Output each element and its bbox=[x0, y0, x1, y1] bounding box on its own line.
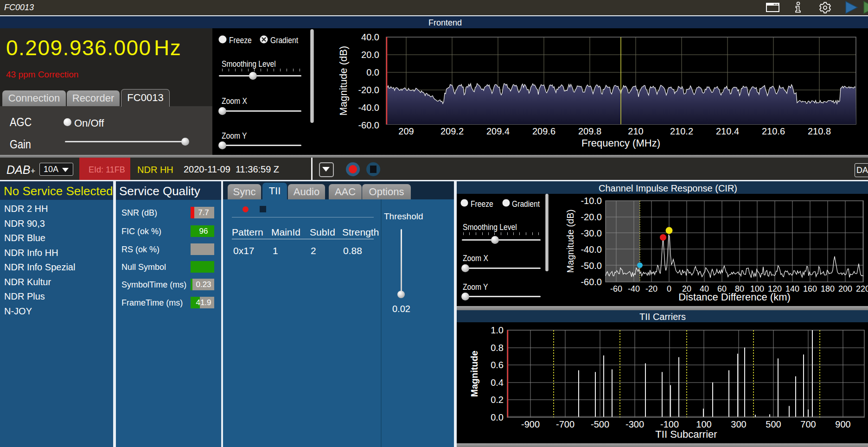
svg-text:Magnitude (dB): Magnitude (dB) bbox=[338, 46, 349, 115]
svg-text:900: 900 bbox=[835, 419, 850, 429]
svg-text:TII Subcarrier: TII Subcarrier bbox=[655, 428, 717, 440]
svg-text:209.6: 209.6 bbox=[532, 126, 555, 136]
svg-text:210.6: 210.6 bbox=[762, 126, 785, 136]
svg-text:210.2: 210.2 bbox=[670, 126, 693, 136]
svg-text:-900: -900 bbox=[521, 419, 540, 429]
svg-text:-20: -20 bbox=[645, 284, 657, 294]
svg-text:100: 100 bbox=[696, 419, 711, 429]
svg-text:20.0: 20.0 bbox=[361, 50, 379, 60]
svg-text:500: 500 bbox=[766, 419, 781, 429]
svg-text:-40.0: -40.0 bbox=[358, 102, 379, 113]
svg-text:180: 180 bbox=[821, 284, 835, 294]
svg-text:-100: -100 bbox=[660, 419, 679, 429]
svg-text:-60: -60 bbox=[610, 284, 622, 294]
svg-text:40.0: 40.0 bbox=[361, 32, 379, 42]
svg-text:-40.0: -40.0 bbox=[581, 244, 602, 255]
svg-text:0.2: 0.2 bbox=[491, 395, 504, 405]
svg-text:209.8: 209.8 bbox=[578, 126, 601, 136]
svg-text:-700: -700 bbox=[556, 419, 574, 429]
svg-text:-20.0: -20.0 bbox=[581, 212, 602, 222]
svg-text:-30.0: -30.0 bbox=[581, 228, 602, 238]
svg-text:-500: -500 bbox=[591, 419, 609, 429]
svg-text:Frequency (MHz): Frequency (MHz) bbox=[581, 137, 660, 149]
svg-text:210.8: 210.8 bbox=[808, 126, 831, 136]
svg-text:209.2: 209.2 bbox=[440, 126, 464, 136]
svg-text:-300: -300 bbox=[625, 419, 644, 429]
svg-text:210: 210 bbox=[628, 126, 643, 136]
svg-text:-10.0: -10.0 bbox=[581, 196, 602, 206]
svg-text:209: 209 bbox=[398, 126, 414, 136]
svg-text:200: 200 bbox=[838, 284, 852, 294]
svg-text:1.0: 1.0 bbox=[491, 325, 504, 335]
svg-text:-50.0: -50.0 bbox=[581, 261, 602, 271]
svg-text:0.0: 0.0 bbox=[491, 412, 504, 422]
svg-text:300: 300 bbox=[731, 419, 746, 429]
svg-text:160: 160 bbox=[803, 284, 817, 294]
svg-text:220: 220 bbox=[856, 284, 868, 294]
svg-text:-20.0: -20.0 bbox=[358, 85, 379, 95]
svg-text:-60.0: -60.0 bbox=[581, 277, 602, 287]
svg-text:Magnitude (dB): Magnitude (dB) bbox=[565, 210, 575, 273]
svg-text:-40: -40 bbox=[628, 284, 640, 294]
svg-text:Distance Difference (km): Distance Difference (km) bbox=[678, 291, 791, 303]
svg-text:209.4: 209.4 bbox=[486, 126, 510, 136]
svg-text:0.0: 0.0 bbox=[366, 67, 379, 77]
svg-text:210.4: 210.4 bbox=[716, 126, 739, 136]
svg-text:0.6: 0.6 bbox=[491, 360, 504, 370]
svg-text:0.4: 0.4 bbox=[491, 377, 504, 388]
svg-text:0.8: 0.8 bbox=[491, 343, 504, 353]
svg-text:0: 0 bbox=[667, 284, 671, 294]
svg-text:700: 700 bbox=[800, 419, 816, 429]
svg-text:Magnitude: Magnitude bbox=[469, 351, 479, 397]
svg-text:-60.0: -60.0 bbox=[358, 120, 379, 130]
